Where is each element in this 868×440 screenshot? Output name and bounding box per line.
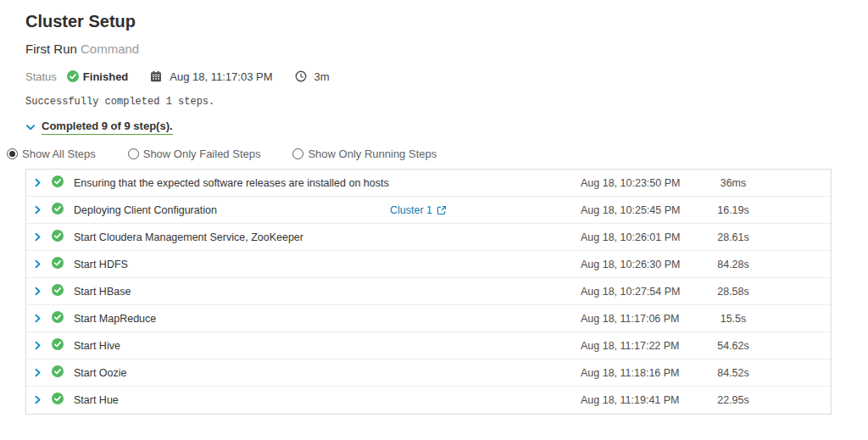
expand-step-button[interactable] (33, 257, 52, 272)
calendar-icon (150, 70, 162, 82)
chevron-right-icon (33, 230, 42, 245)
expand-step-button[interactable] (33, 284, 52, 299)
step-time: Aug 18, 11:17:22 PM (581, 340, 691, 352)
filter-label: Show All Steps (22, 148, 96, 160)
step-filter-option[interactable]: Show All Steps (7, 148, 96, 160)
step-label: Start Hue (74, 394, 390, 406)
expand-step-button[interactable] (33, 175, 52, 191)
chevron-right-icon (33, 284, 42, 299)
step-duration: 54.62s (691, 340, 776, 352)
status-row: Status Finished Aug 18, 11:17:03 PM 3m (25, 70, 868, 83)
step-time: Aug 18, 10:25:45 PM (581, 204, 691, 216)
completion-message: Successfully completed 1 steps. (25, 96, 868, 108)
check-circle-icon (52, 230, 64, 245)
step-time: Aug 18, 10:23:50 PM (581, 177, 691, 189)
step-row: Deploying Client Configuration Cluster 1… (26, 197, 831, 224)
step-status (52, 311, 74, 326)
step-duration: 22.95s (691, 394, 776, 406)
step-time: Aug 18, 11:18:16 PM (581, 367, 691, 379)
step-time: Aug 18, 11:17:06 PM (581, 313, 691, 325)
step-duration: 36ms (691, 177, 776, 189)
step-context-link[interactable]: Cluster 1 (390, 204, 447, 216)
expand-step-button[interactable] (33, 338, 52, 354)
step-time: Aug 18, 10:26:30 PM (581, 259, 691, 270)
command-subtitle: First Run Command (25, 42, 868, 57)
step-label: Start Hive (74, 340, 390, 352)
step-status (52, 257, 74, 272)
step-status (52, 393, 74, 408)
status-timestamp: Aug 18, 11:17:03 PM (170, 70, 272, 83)
command-name: First Run (25, 42, 77, 56)
step-row: Start HBase Aug 18, 10:27:54 PM 28.58s (26, 278, 831, 305)
filter-label: Show Only Running Steps (308, 148, 437, 160)
step-row: Start Cloudera Management Service, ZooKe… (26, 224, 831, 251)
chevron-right-icon (33, 257, 42, 272)
check-circle-icon (52, 393, 64, 408)
status-label: Status (25, 70, 57, 83)
step-label: Ensuring that the expected software rele… (74, 177, 390, 189)
expand-step-button[interactable] (33, 203, 52, 218)
radio-icon (292, 148, 303, 159)
step-label: Start Cloudera Management Service, ZooKe… (74, 231, 390, 243)
step-label: Start HBase (74, 286, 390, 298)
step-status (52, 175, 74, 191)
step-status (52, 284, 74, 299)
check-circle-icon (52, 311, 64, 326)
step-duration: 16.19s (691, 204, 776, 216)
step-label: Start HDFS (74, 259, 390, 270)
check-circle-icon (67, 70, 79, 82)
step-row: Start Oozie Aug 18, 11:18:16 PM 84.52s (26, 359, 831, 387)
steps-table: Ensuring that the expected software rele… (25, 169, 832, 415)
step-row: Start HDFS Aug 18, 10:26:30 PM 84.28s (26, 251, 831, 278)
check-circle-icon (52, 175, 64, 191)
step-filter-option[interactable]: Show Only Running Steps (292, 148, 437, 160)
radio-icon (7, 148, 18, 159)
step-duration: 28.58s (691, 286, 776, 298)
expand-step-button[interactable] (33, 311, 52, 326)
chevron-right-icon (33, 175, 42, 191)
steps-collapse-toggle[interactable]: Completed 9 of 9 step(s). (25, 120, 173, 135)
cluster-setup-page: Cluster Setup First Run Command Status F… (0, 0, 868, 415)
step-row: Ensuring that the expected software rele… (26, 170, 831, 197)
step-duration: 84.28s (691, 259, 776, 270)
status-timestamp-group: Aug 18, 11:17:03 PM (150, 70, 272, 83)
step-filter-option[interactable]: Show Only Failed Steps (128, 148, 261, 160)
step-context: Cluster 1 (390, 204, 581, 216)
page-title: Cluster Setup (25, 11, 868, 31)
step-duration: 15.5s (691, 313, 776, 325)
command-type-label: Command (81, 42, 139, 56)
expand-step-button[interactable] (33, 365, 52, 381)
chevron-right-icon (33, 311, 42, 326)
chevron-right-icon (33, 365, 42, 381)
chevron-right-icon (33, 393, 42, 408)
check-circle-icon (52, 365, 64, 381)
chevron-right-icon (33, 203, 42, 218)
chevron-right-icon (33, 338, 42, 354)
status-value: Finished (83, 70, 128, 83)
check-circle-icon (52, 203, 64, 218)
progress-summary: Completed 9 of 9 step(s). (42, 120, 173, 135)
context-link-label: Cluster 1 (390, 204, 432, 216)
step-filters: Show All Steps Show Only Failed Steps Sh… (7, 148, 868, 160)
expand-step-button[interactable] (33, 393, 52, 408)
step-row: Start Hue Aug 18, 11:19:41 PM 22.95s (26, 387, 831, 414)
status-duration-group: 3m (295, 70, 330, 83)
chevron-down-icon (25, 122, 36, 132)
check-circle-icon (52, 338, 64, 354)
step-row: Start MapReduce Aug 18, 11:17:06 PM 15.5… (26, 305, 831, 332)
check-circle-icon (52, 284, 64, 299)
radio-icon (128, 148, 139, 159)
step-label: Start Oozie (74, 367, 390, 379)
filter-label: Show Only Failed Steps (143, 148, 261, 160)
step-status (52, 365, 74, 381)
step-time: Aug 18, 11:19:41 PM (581, 394, 691, 406)
step-time: Aug 18, 10:27:54 PM (581, 286, 691, 298)
expand-step-button[interactable] (33, 230, 52, 245)
step-status (52, 203, 74, 218)
step-duration: 84.52s (691, 367, 776, 379)
step-time: Aug 18, 10:26:01 PM (581, 231, 691, 243)
step-label: Start MapReduce (74, 313, 390, 325)
step-status (52, 338, 74, 354)
clock-icon (295, 70, 307, 82)
step-duration: 28.61s (691, 231, 776, 243)
